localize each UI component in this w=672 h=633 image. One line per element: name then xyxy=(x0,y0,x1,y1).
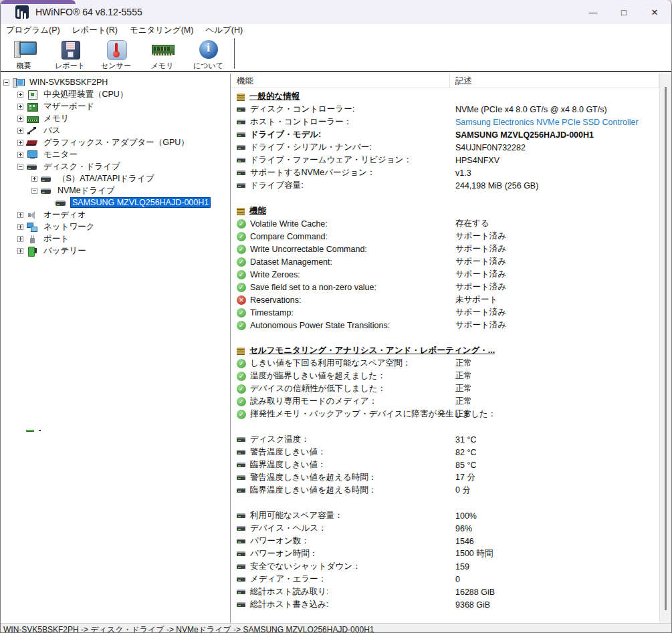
menu-item[interactable]: プログラム(P) xyxy=(1,25,66,36)
tree-item-label[interactable]: NVMeドライブ xyxy=(55,184,117,197)
tree-item[interactable]: 中央処理装置（CPU） xyxy=(1,88,230,100)
tree-item[interactable]: （S）ATA/ATAPIドライブ xyxy=(1,172,230,184)
description-cell: SAMSUNG MZVLQ256HAJD-000H1 xyxy=(450,130,594,140)
column-header-feature[interactable]: 機能 xyxy=(231,74,450,88)
toolbar-button-label: センサー xyxy=(101,61,131,71)
feature-cell: メディア・エラー： xyxy=(231,574,450,585)
feature-label: 警告温度しきい値を超える時間： xyxy=(250,472,376,483)
expand-plus-icon[interactable] xyxy=(17,128,23,134)
detail-row: ディスク温度：31 °C xyxy=(231,433,659,446)
tree-item[interactable]: ネットワーク xyxy=(1,221,230,233)
section-gap xyxy=(231,332,659,344)
toolbar-button[interactable]: センサー xyxy=(93,37,139,71)
feature-cell: しきい値を下回る利用可能なスペア空間： xyxy=(231,358,450,369)
tree-item[interactable]: ポート xyxy=(1,233,230,245)
tree-item[interactable]: バッテリー xyxy=(1,245,230,257)
drive-icon xyxy=(237,132,246,138)
collapse-minus-icon[interactable] xyxy=(31,188,37,194)
cpu-icon xyxy=(27,90,38,100)
tree-item-label[interactable]: グラフィックス・アダプター（GPU） xyxy=(41,136,191,149)
tree-item[interactable]: グラフィックス・アダプター（GPU） xyxy=(1,136,230,148)
tree-item[interactable]: ディスク・ドライブ xyxy=(1,160,230,172)
tree-item-label[interactable]: バス xyxy=(41,124,63,137)
tree-item-label[interactable]: マザーボード xyxy=(41,100,96,113)
feature-cell: サポートするNVMeバージョン： xyxy=(231,167,450,178)
tree-item-label[interactable]: オーディオ xyxy=(41,209,88,221)
menu-item[interactable]: モニタリング(M) xyxy=(124,25,200,36)
expand-plus-icon[interactable] xyxy=(17,92,23,98)
expand-plus-icon[interactable] xyxy=(17,236,23,242)
tree-item[interactable]: モニター xyxy=(1,148,230,160)
section-gap xyxy=(231,497,659,509)
toolbar-button[interactable]: メモリ xyxy=(139,37,185,71)
expand-plus-icon[interactable] xyxy=(31,176,37,182)
close-button[interactable]: ✕ xyxy=(639,0,670,24)
tree-item-label[interactable]: モニター xyxy=(41,148,80,161)
tree-item-label[interactable]: ディスク・ドライブ xyxy=(41,160,122,173)
detail-row: ドライブ・モデル:SAMSUNG MZVLQ256HAJD-000H1 xyxy=(231,128,659,141)
feature-value: 正常 xyxy=(455,384,472,393)
layers-icon xyxy=(237,93,245,100)
tree-item-label[interactable]: ポート xyxy=(41,233,71,245)
detail-row: 警告温度しきい値：82 °C xyxy=(231,446,659,459)
section-header-cell: セルフモニタリング・アナリシス・アンド・レポーティング・... xyxy=(231,345,450,356)
minimize-button[interactable]: — xyxy=(578,0,608,24)
collapse-minus-icon[interactable] xyxy=(3,80,9,86)
detail-row: しきい値を下回る利用可能なスペア空間：正常 xyxy=(231,357,659,370)
tree-item-label[interactable]: 中央処理装置（CPU） xyxy=(41,88,130,101)
tree-item-label[interactable]: （S）ATA/ATAPIドライブ xyxy=(55,172,156,185)
section-title: セルフモニタリング・アナリシス・アンド・レポーティング・... xyxy=(249,345,495,356)
tree-item-label[interactable]: バッテリー xyxy=(41,245,88,257)
tree-item[interactable]: NVMeドライブ xyxy=(1,184,230,197)
toolbar-button[interactable]: について xyxy=(185,37,231,71)
tree-item[interactable]: バス xyxy=(1,124,230,136)
memory-icon xyxy=(27,114,38,124)
feature-label: ドライブ容量: xyxy=(250,180,304,191)
tree-item-label[interactable]: ネットワーク xyxy=(41,221,96,233)
drive-icon xyxy=(237,119,246,126)
feature-label: Save field set to a non-zero value: xyxy=(250,283,376,292)
column-header-description[interactable]: 記述 xyxy=(450,74,659,88)
tree-item[interactable]: オーディオ xyxy=(1,209,230,221)
toolbar-button[interactable]: 概要 xyxy=(1,37,47,71)
vertical-scrollbar[interactable] xyxy=(659,74,671,624)
tree-item[interactable]: マザーボード xyxy=(1,100,230,112)
expand-plus-icon[interactable] xyxy=(17,248,23,254)
toolbar-button[interactable]: レポート xyxy=(47,37,93,71)
expand-plus-icon[interactable] xyxy=(17,140,23,146)
expand-plus-icon[interactable] xyxy=(17,104,23,110)
expand-plus-icon[interactable] xyxy=(17,152,23,158)
feature-cell: Dataset Management: xyxy=(231,257,450,267)
tree-item[interactable]: SAMSUNG MZVLQ256HAJD-000H1 xyxy=(1,197,230,209)
menu-item[interactable]: ヘルプ(H) xyxy=(199,25,249,36)
feature-cell: 臨界温度しきい値： xyxy=(231,459,450,471)
check-icon xyxy=(237,321,246,330)
feature-label: 温度が臨界しきい値を超えました： xyxy=(250,370,386,382)
feature-label: ドライブ・シリアル・ナンバー: xyxy=(250,142,372,153)
expand-plus-icon[interactable] xyxy=(17,116,23,122)
expand-plus-icon[interactable] xyxy=(17,224,23,230)
menu-item[interactable]: レポート(R) xyxy=(66,25,124,36)
feature-label: Autonomous Power State Transitions: xyxy=(250,321,390,330)
toolbar-button-label: レポート xyxy=(55,61,85,71)
tree-item[interactable]: メモリ xyxy=(1,112,230,124)
tree-item[interactable]: WIN-SVK5BSKF2PH xyxy=(1,76,230,88)
feature-cell: ディスク・コントローラー: xyxy=(231,104,450,115)
feature-value: 正常 xyxy=(455,409,472,418)
detail-row: Dataset Management:サポート済み xyxy=(231,255,659,268)
tree-item-label[interactable]: SAMSUNG MZVLQ256HAJD-000H1 xyxy=(70,197,211,208)
toolbar-separator xyxy=(234,38,235,69)
detail-row: Autonomous Power State Transitions:サポート済… xyxy=(231,319,659,332)
expand-plus-icon[interactable] xyxy=(17,212,23,218)
check-icon xyxy=(237,219,246,229)
feature-value[interactable]: Samsung Electronics NVMe PCIe SSD Contro… xyxy=(455,118,639,127)
tree-item-label[interactable]: メモリ xyxy=(41,112,71,125)
scrollbar-thumb[interactable] xyxy=(665,87,667,610)
feature-cell: Autonomous Power State Transitions: xyxy=(231,321,450,330)
drive-icon xyxy=(237,602,246,608)
description-cell: サポート済み xyxy=(450,231,506,242)
collapse-minus-icon[interactable] xyxy=(17,164,23,170)
tree-item-label[interactable]: WIN-SVK5BSKF2PH xyxy=(27,77,110,88)
maximize-button[interactable]: □ xyxy=(608,0,639,24)
detail-row: パワーオン数：1546 xyxy=(231,535,659,547)
